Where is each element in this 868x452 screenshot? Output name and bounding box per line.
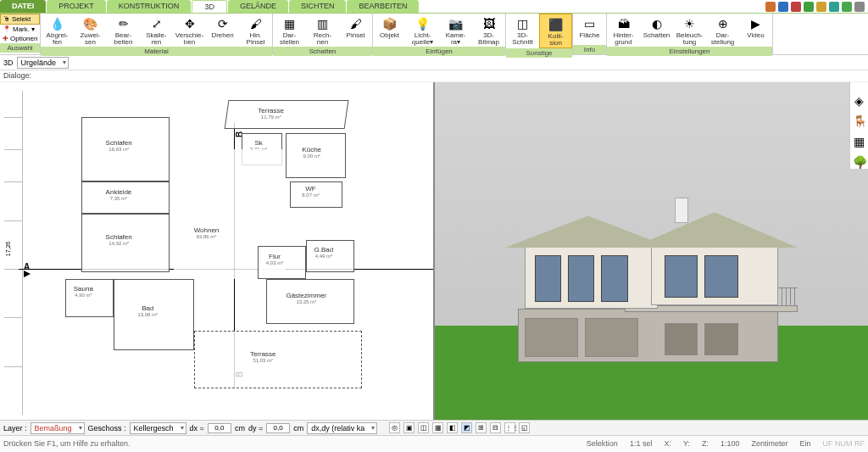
- ribbon-group-label: Sonstige: [506, 48, 572, 58]
- ribbon-icon: 🖌: [348, 15, 364, 32]
- ribbon-group-label: Einfügen: [373, 47, 505, 56]
- dx-input[interactable]: [208, 423, 231, 433]
- workspace: 17,26 A B B Schlafen16,63 m² Ankleide7,3…: [0, 82, 868, 420]
- toolbar-icon[interactable]: ◩: [461, 422, 472, 433]
- layer-select[interactable]: Bemaßung: [31, 422, 85, 434]
- furniture-icon[interactable]: 🪑: [853, 114, 866, 128]
- ribbon-btn-licht[interactable]: 💡Licht-quelle▾: [406, 14, 439, 47]
- select-mode[interactable]: 🖱Selekt: [0, 14, 40, 25]
- ribbon-btn-3d[interactable]: ◫3D-Schnitt: [506, 14, 539, 48]
- layer-label: Layer :: [3, 424, 27, 432]
- toolbar-icon[interactable]: ◧: [447, 422, 458, 433]
- ribbon-btn-rech[interactable]: ▥Rech-nen: [306, 14, 339, 47]
- ribbon-icon: ⬛: [548, 16, 565, 33]
- layer-dropdown[interactable]: Urgelände: [17, 57, 70, 69]
- menu-tab-3d[interactable]: 3D: [192, 0, 227, 13]
- dx-label: dx =: [190, 424, 204, 432]
- ribbon-icon: ▶: [748, 15, 765, 32]
- secondary-bar: 3D Urgelände: [0, 55, 868, 70]
- layers-icon[interactable]: ◈: [853, 94, 866, 108]
- help-icon[interactable]: [842, 2, 852, 12]
- ribbon-btn-hin[interactable]: 🖌Hin.Pinsel: [239, 14, 272, 47]
- menu-tab-file[interactable]: DATEI: [0, 0, 46, 13]
- status-x: X:: [664, 439, 671, 448]
- ribbon-btn-kolli[interactable]: ⬛Kolli-sion: [539, 14, 572, 48]
- ribbon-btn-verschie[interactable]: ✥Verschie-ben: [173, 14, 206, 47]
- toolbar-icon[interactable]: ⊞: [476, 422, 487, 433]
- ribbon-btn-bear[interactable]: ✏Bear-beiten: [107, 14, 140, 47]
- ribbon-icon: ✏: [115, 15, 132, 32]
- ribbon-icon: 💧: [49, 15, 66, 32]
- ribbon-icon: ▭: [581, 15, 598, 32]
- ribbon-icon: 🖼: [481, 15, 498, 32]
- ribbon-btn-dar[interactable]: ⊕Dar-stellung: [706, 14, 739, 47]
- ribbon-group-label: Einstellungen: [607, 47, 772, 56]
- status-ratio: 1:1 sel: [630, 439, 653, 448]
- ribbon-btn-pinsel[interactable]: 🖌Pinsel: [339, 14, 372, 47]
- tree-icon[interactable]: 🌳: [853, 155, 866, 169]
- ribbon: 🖱Selekt 📍Mark.▾ ✚Optionen Auswahl 💧Abgre…: [0, 14, 868, 55]
- ribbon-btn-hinter[interactable]: 🏔Hinter-grund: [607, 14, 640, 47]
- geschoss-select[interactable]: Kellergesch: [130, 422, 186, 434]
- mark-mode[interactable]: 📍Mark.▾: [0, 25, 40, 34]
- title-bar-icons: [765, 0, 868, 13]
- ribbon-group-label: Info: [573, 45, 606, 54]
- input-bar: Layer : Bemaßung Geschoss : Kellergesch …: [0, 420, 868, 435]
- ribbon-icon: ⊕: [715, 15, 732, 32]
- toolbar-icon[interactable]: ▦: [432, 422, 443, 433]
- ribbon-left-options: 🖱Selekt 📍Mark.▾ ✚Optionen Auswahl: [0, 14, 41, 54]
- ribbon-group-label: Schatten: [273, 47, 372, 56]
- toolbar-icon[interactable]: ⊟: [490, 422, 501, 433]
- title-icon[interactable]: [778, 2, 788, 12]
- floorplan: 17,26 A B B Schlafen16,63 m² Ankleide7,3…: [25, 91, 426, 415]
- toolbar-icon[interactable]: ◱: [519, 422, 530, 433]
- toolbar-icon[interactable]: ◎: [389, 422, 400, 433]
- house-model: [491, 183, 824, 362]
- menu-tab-projekt[interactable]: PROJEKT: [47, 0, 106, 13]
- view-2d[interactable]: 17,26 A B B Schlafen16,63 m² Ankleide7,3…: [0, 82, 435, 420]
- ribbon-btn-schatten[interactable]: ◐Schatten: [640, 14, 673, 47]
- ribbon-icon: 🏔: [615, 15, 632, 32]
- ribbon-btn-kame[interactable]: 📷Kame-ra▾: [439, 14, 472, 47]
- geschoss-label: Geschoss :: [88, 424, 126, 432]
- ribbon-btn-flche[interactable]: ▭Fläche: [573, 14, 606, 45]
- ribbon-icon: 📦: [381, 15, 398, 32]
- ribbon-btn-beleuch[interactable]: ☀Beleuch-tung: [673, 14, 706, 47]
- menu-tab-gelaende[interactable]: GELÄNDE: [228, 0, 288, 13]
- menu-tab-konstruktion[interactable]: KONSTRUKTION: [107, 0, 192, 13]
- ribbon-icon: 📷: [448, 15, 465, 32]
- title-icon[interactable]: [829, 2, 839, 12]
- status-y: Y:: [683, 439, 690, 448]
- ribbon-btn-drehen[interactable]: ⟳Drehen: [206, 14, 239, 47]
- ribbon-btn-video[interactable]: ▶Video: [739, 14, 772, 47]
- materials-icon[interactable]: ▦: [853, 135, 866, 148]
- menu-tabs: DATEI PROJEKT KONSTRUKTION 3D GELÄNDE SI…: [0, 0, 868, 14]
- status-bar: Drücken Sie F1, um Hilfe zu erhalten. Se…: [0, 435, 868, 450]
- ribbon-btn-zuwei[interactable]: 🎨Zuwei-sen: [74, 14, 107, 47]
- toolbar-icon[interactable]: ▣: [403, 422, 415, 433]
- menu-tab-bearbeiten[interactable]: BEARBEITEN: [347, 0, 419, 13]
- ribbon-icon: ☀: [682, 15, 698, 32]
- ribbon-icon: ⟳: [214, 15, 231, 32]
- view-3d[interactable]: ◈ 🪑 ▦ 🌳: [435, 82, 868, 420]
- ribbon-btn-abgrei[interactable]: 💧Abgrei-fen: [41, 14, 74, 47]
- status-help: Drücken Sie F1, um Hilfe zu erhalten.: [3, 439, 131, 448]
- ribbon-btn-3d[interactable]: 🖼3D-Bitmap: [472, 14, 505, 47]
- title-icon[interactable]: [765, 2, 776, 12]
- title-icon[interactable]: [816, 2, 826, 12]
- title-icon[interactable]: [804, 2, 814, 12]
- status-scale: 1:100: [721, 439, 740, 448]
- coord-mode[interactable]: dx,dy (relativ ka: [307, 422, 377, 434]
- ribbon-icon: ▦: [281, 15, 298, 32]
- status-ein: Ein: [799, 439, 810, 448]
- ribbon-btn-objekt[interactable]: 📦Objekt: [373, 14, 406, 47]
- dy-input[interactable]: [266, 423, 290, 433]
- ribbon-btn-skalie[interactable]: ⤢Skalie-ren: [140, 14, 173, 47]
- menu-tab-sichten[interactable]: SICHTEN: [289, 0, 347, 13]
- ribbon-btn-dar[interactable]: ▦Dar-stellen: [273, 14, 306, 47]
- options-mode[interactable]: ✚Optionen: [0, 34, 40, 43]
- menu-icon[interactable]: [854, 2, 865, 12]
- toolbar-icon[interactable]: ◫: [418, 422, 429, 433]
- title-icon[interactable]: [791, 2, 801, 12]
- toolbar-icon[interactable]: ⋮⋮: [504, 422, 515, 433]
